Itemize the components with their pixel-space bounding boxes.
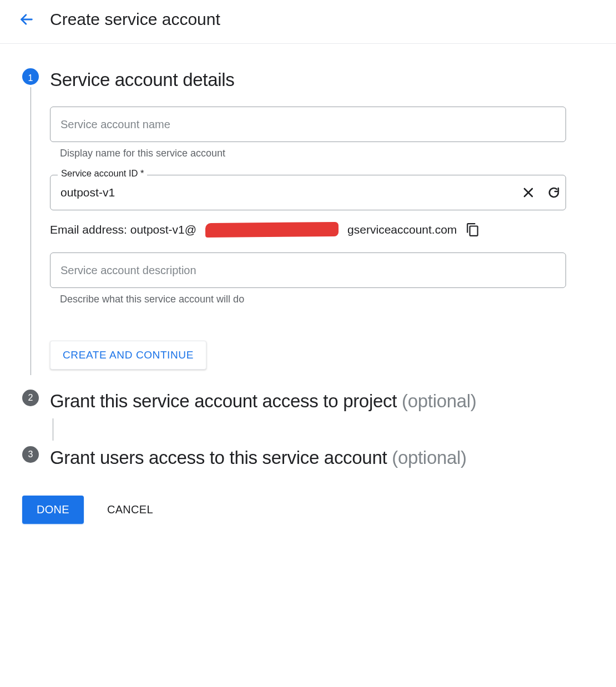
back-arrow-icon[interactable]	[19, 12, 34, 27]
service-account-name-help: Display name for this service account	[60, 148, 566, 159]
step-1-title: Service account details	[50, 68, 566, 91]
footer-actions: DONE CANCEL	[22, 496, 566, 524]
step-badge-2: 2	[22, 390, 39, 406]
service-account-description-input[interactable]	[50, 252, 566, 288]
step-connector	[31, 87, 31, 375]
step-2-optional: (optional)	[397, 391, 476, 411]
step-2-title[interactable]: Grant this service account access to pro…	[50, 390, 566, 412]
service-account-name-input[interactable]	[50, 107, 566, 142]
email-address-row: Email address: outpost-v1@ gserviceaccou…	[50, 223, 566, 237]
service-account-id-label: Service account ID *	[58, 168, 147, 179]
step-badge-3: 3	[22, 446, 39, 463]
step-badge-1: 1	[22, 68, 39, 85]
service-account-id-input[interactable]	[50, 175, 566, 210]
email-suffix: gserviceaccount.com	[347, 223, 457, 236]
step-connector-2-3	[53, 418, 53, 441]
page-header: Create service account	[0, 0, 616, 44]
step-2-title-text: Grant this service account access to pro…	[50, 391, 397, 411]
service-account-description-help: Describe what this service account will …	[60, 294, 566, 305]
step-3-title-text: Grant users access to this service accou…	[50, 447, 387, 468]
cancel-button[interactable]: CANCEL	[104, 503, 156, 517]
done-button[interactable]: DONE	[22, 496, 84, 524]
page-title: Create service account	[50, 10, 220, 29]
refresh-icon[interactable]	[546, 185, 562, 200]
email-prefix: Email address: outpost-v1@	[50, 223, 196, 236]
step-3-title[interactable]: Grant users access to this service accou…	[50, 446, 566, 469]
service-account-description-field	[50, 252, 566, 288]
copy-icon[interactable]	[466, 223, 480, 237]
step-3-optional: (optional)	[387, 447, 466, 468]
create-and-continue-button[interactable]: CREATE AND CONTINUE	[50, 341, 206, 370]
email-redacted	[205, 222, 339, 238]
service-account-id-field: Service account ID *	[50, 175, 566, 210]
service-account-name-field	[50, 107, 566, 142]
clear-icon[interactable]	[521, 185, 536, 200]
